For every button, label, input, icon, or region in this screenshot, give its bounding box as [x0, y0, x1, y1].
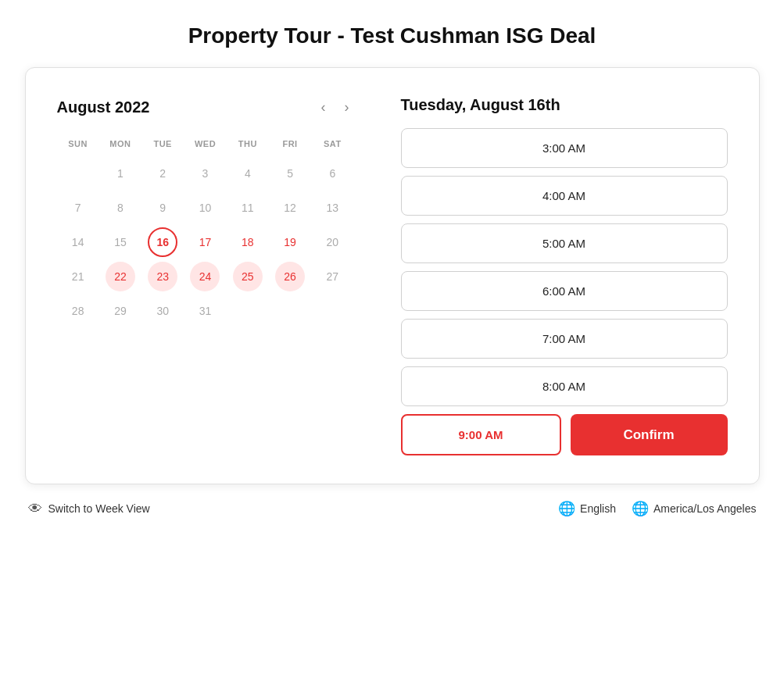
calendar-day: 7 [63, 193, 93, 223]
confirm-button[interactable]: Confirm [571, 414, 728, 455]
time-slot-button[interactable]: 5:00 AM [401, 223, 728, 263]
time-slot-button[interactable]: 4:00 AM [401, 176, 728, 216]
time-slot-button[interactable]: 7:00 AM [401, 319, 728, 359]
day-of-week-header: WED [184, 134, 226, 156]
footer-right: 🌐 English 🌐 America/Los Angeles [558, 500, 756, 517]
prev-month-button[interactable]: ‹ [317, 96, 331, 119]
calendar-nav: ‹ › [317, 96, 354, 119]
time-slot-button[interactable]: 6:00 AM [401, 271, 728, 311]
day-of-week-header: SUN [57, 134, 99, 156]
day-of-week-header: MON [99, 134, 141, 156]
calendar-day: 21 [63, 262, 93, 291]
calendar-day[interactable]: 22 [106, 262, 135, 291]
calendar-grid: SUNMONTUEWEDTHUFRISAT1234567891011121314… [57, 134, 354, 328]
timezone-selector[interactable]: 🌐 America/Los Angeles [632, 500, 757, 517]
time-panel: Tuesday, August 16th 3:00 AM4:00 AM5:00 … [401, 96, 728, 455]
timezone-label: America/Los Angeles [653, 502, 757, 515]
eye-icon: 👁 [28, 501, 42, 517]
calendar-day: 2 [148, 159, 177, 188]
calendar-month-year: August 2022 [57, 98, 150, 116]
time-slots-list: 3:00 AM4:00 AM5:00 AM6:00 AM7:00 AM8:00 … [401, 128, 728, 406]
calendar-day: 29 [106, 296, 135, 326]
calendar-day[interactable]: 18 [233, 227, 263, 257]
time-slot-button[interactable]: 3:00 AM [401, 128, 728, 168]
time-slot-button[interactable]: 8:00 AM [401, 366, 728, 406]
calendar-day [317, 296, 347, 326]
selected-date-title: Tuesday, August 16th [401, 96, 728, 114]
language-selector[interactable]: 🌐 English [558, 500, 616, 517]
calendar-day: 3 [190, 159, 220, 188]
calendar-day: 6 [317, 159, 347, 188]
language-label: English [580, 502, 616, 515]
calendar-day[interactable]: 25 [233, 262, 263, 291]
calendar-day [233, 296, 263, 326]
day-of-week-header: THU [227, 134, 269, 156]
calendar-day: 10 [190, 193, 220, 223]
calendar-day: 15 [106, 227, 135, 257]
calendar-day: 13 [317, 193, 347, 223]
calendar-day: 12 [275, 193, 305, 223]
calendar-panel: August 2022 ‹ › SUNMONTUEWEDTHUFRISAT123… [57, 96, 354, 455]
day-of-week-header: TUE [141, 134, 184, 156]
calendar-day: 27 [317, 262, 347, 291]
next-month-button[interactable]: › [340, 96, 354, 119]
calendar-day: 5 [275, 159, 305, 188]
day-of-week-header: SAT [311, 134, 353, 156]
main-card: August 2022 ‹ › SUNMONTUEWEDTHUFRISAT123… [25, 67, 760, 484]
calendar-day: 9 [148, 193, 177, 223]
confirm-row: 9:00 AMConfirm [401, 414, 728, 455]
calendar-day[interactable]: 16 [148, 227, 177, 257]
calendar-day: 1 [106, 159, 135, 188]
calendar-header: August 2022 ‹ › [57, 96, 354, 119]
day-of-week-header: FRI [269, 134, 311, 156]
calendar-day: 20 [317, 227, 347, 257]
calendar-day[interactable]: 26 [275, 262, 305, 291]
calendar-day: 31 [190, 296, 220, 326]
calendar-day[interactable]: 19 [275, 227, 305, 257]
calendar-day: 28 [63, 296, 93, 326]
footer: 👁 Switch to Week View 🌐 English 🌐 Americ… [25, 500, 760, 517]
calendar-day: 30 [148, 296, 177, 326]
calendar-day: 14 [63, 227, 93, 257]
calendar-day[interactable]: 23 [148, 262, 177, 291]
selected-time-slot-button[interactable]: 9:00 AM [401, 414, 561, 455]
calendar-day [275, 296, 305, 326]
calendar-day [63, 159, 93, 188]
week-view-label[interactable]: Switch to Week View [48, 502, 150, 515]
footer-left: 👁 Switch to Week View [28, 501, 150, 517]
calendar-day[interactable]: 17 [190, 227, 220, 257]
page-title: Property Tour - Test Cushman ISG Deal [188, 23, 596, 48]
language-icon: 🌐 [558, 500, 575, 517]
calendar-day: 11 [233, 193, 263, 223]
calendar-day: 4 [233, 159, 263, 188]
calendar-day: 8 [106, 193, 135, 223]
calendar-day[interactable]: 24 [190, 262, 220, 291]
timezone-icon: 🌐 [632, 500, 649, 517]
